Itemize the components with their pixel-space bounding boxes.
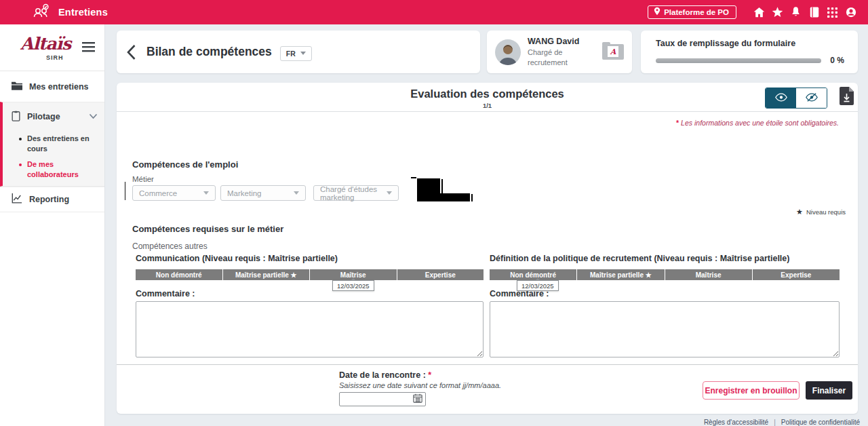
glitch-artifact [441, 179, 443, 193]
select-famille[interactable]: Marketing [220, 185, 306, 201]
form-header: Evaluation des compétences 1/1 [117, 83, 858, 112]
page-indicator: 1/1 [117, 102, 858, 109]
bell-icon[interactable] [787, 5, 805, 19]
text-cursor-artifact [125, 182, 125, 200]
app-title: Entretiens [58, 7, 108, 18]
level-non-demontre[interactable]: Non démontré [136, 269, 222, 280]
brand-logo: Altaïs [20, 34, 71, 54]
metier-label: Métier [132, 175, 154, 183]
level-header-row: Non démontré Maîtrise partielle ★ Maîtri… [136, 269, 484, 280]
level-maitrise-partielle[interactable]: Maîtrise partielle ★ [223, 269, 310, 280]
date-rencontre-label: Date de la rencontre : * [339, 370, 501, 380]
date-rencontre-input[interactable] [340, 393, 410, 405]
glitch-artifact [411, 177, 416, 178]
required-note: * Les informations avec une étoile sont … [676, 119, 839, 127]
chevron-down-icon [89, 112, 98, 121]
accessibility-link[interactable]: Règles d'accessibilité [704, 419, 768, 426]
chart-icon [12, 193, 22, 206]
competency-title: Communication (Niveau requis : Maîtrise … [136, 254, 484, 265]
show-required-button[interactable] [766, 88, 796, 108]
chevron-down-icon [387, 191, 392, 195]
level-expertise[interactable]: Expertise [753, 269, 840, 280]
language-select[interactable]: FR [280, 46, 312, 61]
topbar-actions: Plateforme de PO [648, 5, 860, 19]
competency-title: Définition de la politique de recrutemen… [490, 254, 840, 265]
finalize-button[interactable]: Finaliser [806, 381, 852, 400]
level-non-demontre[interactable]: Non démontré [490, 269, 576, 280]
user-card: WANG David Chargé de recrutement A [487, 31, 632, 73]
calendar-button[interactable] [410, 393, 425, 406]
level-header-row: Non démontré Maîtrise partielle ★ Maîtri… [490, 269, 840, 280]
job-section-heading: Compétences de l'emploi [132, 159, 238, 170]
sidebar-item-mes-entretiens[interactable]: Mes entretiens [0, 71, 104, 102]
sidebar: Altaïs SIRH Mes entretiens Pilotage [0, 24, 105, 426]
glitch-artifact [417, 193, 470, 201]
comment-textarea[interactable] [136, 301, 484, 357]
bullet-icon [19, 138, 22, 140]
glitch-artifact [471, 194, 473, 201]
page-header-card: Bilan de compétences FR [117, 31, 480, 73]
progress-bar [656, 58, 821, 63]
user-role: Chargé de recrutement [528, 47, 593, 67]
star-icon: ★ [796, 208, 803, 216]
sidebar-logo-block: Altaïs SIRH [0, 24, 104, 71]
progress-label: Taux de remplissage du formulaire [656, 39, 844, 48]
avatar [495, 39, 521, 65]
main-content: Bilan de compétences FR WANG David Charg… [105, 24, 868, 426]
level-expertise[interactable]: Expertise [397, 269, 484, 280]
sidebar-item-reporting[interactable]: Reporting [0, 187, 104, 212]
competency-politique-recrutement: Définition de la politique de recrutemen… [490, 254, 840, 360]
employee-file-icon[interactable]: A [602, 44, 624, 60]
save-draft-button[interactable]: Enregistrer en brouillon [703, 381, 800, 400]
back-button[interactable] [126, 42, 141, 62]
skills-section-heading: Compétences requises sur le métier [132, 224, 283, 234]
hamburger-icon[interactable] [82, 42, 95, 55]
sidebar-item-entretiens-en-cours[interactable]: Des entretiens en cours [3, 131, 104, 157]
date-format-hint: Saisissez une date suivant ce format jj/… [339, 381, 501, 389]
book-icon[interactable] [805, 5, 823, 19]
platform-button[interactable]: Plateforme de PO [648, 5, 736, 19]
progress-value: 0 % [830, 56, 844, 65]
star-icon[interactable] [768, 5, 787, 19]
grid-icon[interactable] [823, 5, 842, 19]
visibility-toggle [765, 88, 827, 109]
date-rencontre-block: Date de la rencontre : * Saisissez une d… [339, 370, 501, 406]
date-input-wrap [339, 392, 426, 406]
niveau-requis-legend: ★ Niveau requis [796, 208, 846, 216]
location-pin-icon [654, 7, 660, 17]
eye-off-icon [806, 92, 818, 104]
select-domaine[interactable]: Commerce [132, 185, 216, 201]
user-circle-icon[interactable] [842, 5, 860, 19]
calendar-icon [413, 393, 422, 405]
bullet-icon [19, 163, 22, 166]
glitch-artifact [417, 178, 440, 193]
hide-required-button[interactable] [796, 88, 827, 108]
privacy-link[interactable]: Politique de confidentialité [781, 419, 860, 426]
page: Entretiens Plateforme de PO [0, 0, 868, 426]
evaluation-form-card: Evaluation des compétences 1/1 [117, 83, 858, 414]
comment-textarea[interactable] [490, 301, 840, 357]
brand-sub: SIRH [46, 54, 64, 61]
page-footer: Règles d'accessibilité | Politique de co… [704, 419, 860, 426]
skills-subheading: Compétences autres [132, 241, 208, 251]
user-info: WANG David Chargé de recrutement [528, 37, 593, 67]
select-metier[interactable]: Chargé d'études marketing [313, 185, 399, 201]
download-button[interactable] [838, 87, 854, 107]
chevron-down-icon [294, 191, 299, 195]
level-maitrise-partielle[interactable]: Maîtrise partielle ★ [577, 269, 664, 280]
comment-label: Commentaire : [136, 289, 484, 298]
people-check-icon [31, 3, 52, 21]
sidebar-section-pilotage: Pilotage Des entretiens en cours De mes … [0, 102, 104, 187]
date-tooltip: 12/03/2025 [517, 280, 559, 291]
sidebar-item-de-mes-collaborateurs[interactable]: De mes collaborateurs [3, 157, 104, 182]
level-maitrise[interactable]: Maîtrise [665, 269, 752, 280]
home-icon[interactable] [750, 5, 768, 19]
competency-communication: Communication (Niveau requis : Maîtrise … [136, 254, 484, 360]
metier-selects: Commerce Marketing Chargé d'études marke… [132, 185, 399, 201]
clipboard-icon [12, 111, 20, 123]
topbar: Entretiens Plateforme de PO [0, 0, 868, 24]
sidebar-item-pilotage[interactable]: Pilotage [3, 102, 104, 131]
page-title: Bilan de compétences [146, 45, 272, 59]
progress-card: Taux de remplissage du formulaire 0 % [641, 31, 858, 73]
user-name: WANG David [528, 37, 593, 46]
